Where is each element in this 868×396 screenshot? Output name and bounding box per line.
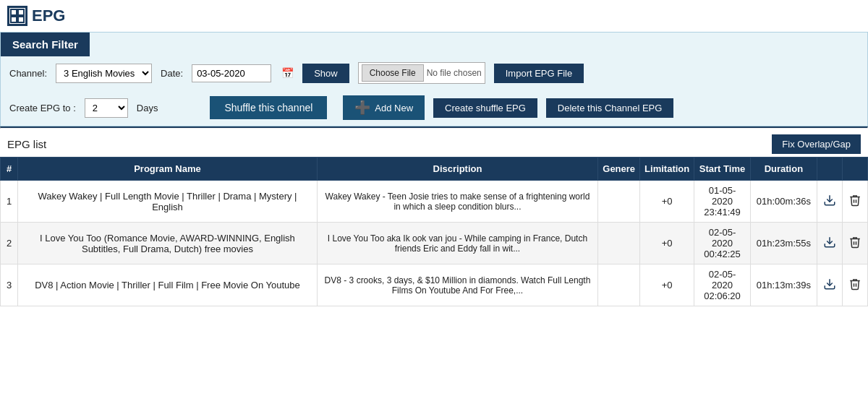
epg-table: # Program Name Discription Genere Limita… [0,157,868,306]
epg-logo-icon [7,6,27,26]
cell-description: I Love You Too aka Ik ook van jou - Whil… [317,223,598,264]
days-select[interactable]: 1234567 [85,98,128,118]
epg-list-header: EPG list Fix Overlap/Gap [0,129,868,157]
cell-description: DV8 - 3 crooks, 3 days, & $10 Million in… [317,264,598,306]
delete-icon-button[interactable] [848,277,861,293]
shuffle-button[interactable]: Shuffle this channel [210,96,327,119]
cell-index: 3 [1,264,18,306]
filter-row-1: Channel: 3 English Movies1 Sports2 News … [1,56,867,90]
cell-genere [598,181,640,223]
add-new-label: Add New [375,103,413,113]
table-header-row: # Program Name Discription Genere Limita… [1,158,868,181]
search-filter-section: Search Filter Channel: 3 English Movies1… [0,32,868,126]
date-input[interactable] [192,64,271,82]
svg-rect-3 [18,17,24,22]
edit-icon-button[interactable] [823,236,836,251]
app-logo: EPG [7,6,65,26]
cell-program-name: Wakey Wakey | Full Length Movie | Thrill… [18,181,317,223]
cell-start-time: 02-05-202000:42:25 [694,223,751,264]
table-row: 3 DV8 | Action Movie | Thriller | Full F… [1,264,868,306]
cell-limitation: +0 [640,264,694,306]
col-description: Discription [317,158,598,181]
cell-program-name: DV8 | Action Movie | Thriller | Full Fil… [18,264,317,306]
show-button[interactable]: Show [302,64,349,83]
filter-row-2: Create EPG to : 1234567 Days Shuffle thi… [1,90,867,126]
cell-start-time: 02-05-202002:06:20 [694,264,751,306]
cell-duration: 01h:00m:36s [750,181,817,223]
delete-icon-button[interactable] [848,194,861,210]
table-row: 2 I Love You Too (Romance Movie, AWARD-W… [1,223,868,264]
add-new-button[interactable]: ➕ Add New [343,95,425,120]
edit-icon-button[interactable] [823,277,836,293]
col-program-name: Program Name [18,158,317,181]
date-label: Date: [161,68,183,79]
cell-index: 2 [1,223,18,264]
import-epg-button[interactable]: Import EPG File [494,64,584,83]
svg-rect-0 [11,9,17,15]
cell-action-edit[interactable] [817,264,842,306]
col-start-time: Start Time [694,158,751,181]
days-label: Days [137,103,158,113]
fix-overlap-button[interactable]: Fix Overlap/Gap [772,134,861,154]
col-genere: Genere [598,158,640,181]
no-file-text: No file chosen [427,68,482,78]
app-title: EPG [32,7,65,25]
cell-action-edit[interactable] [817,223,842,264]
cell-action-delete[interactable] [842,223,867,264]
cell-index: 1 [1,181,18,223]
plus-icon: ➕ [354,100,370,116]
cell-duration: 01h:23m:55s [750,223,817,264]
app-header: EPG [0,0,868,32]
cell-start-time: 01-05-202023:41:49 [694,181,751,223]
col-duration: Duration [750,158,817,181]
create-shuffle-epg-button[interactable]: Create shuffle EPG [433,98,537,118]
svg-rect-2 [11,17,17,22]
cell-action-delete[interactable] [842,181,867,223]
choose-file-button[interactable]: Choose File [362,64,424,82]
calendar-icon[interactable]: 📅 [281,67,294,79]
table-row: 1 Wakey Wakey | Full Length Movie | Thri… [1,181,868,223]
epg-list-title: EPG list [7,138,46,150]
channel-select[interactable]: 3 English Movies1 Sports2 News [56,64,152,83]
col-limitation: Limitation [640,158,694,181]
create-epg-label: Create EPG to : [9,103,76,113]
cell-limitation: +0 [640,181,694,223]
delete-icon-button[interactable] [848,236,861,251]
cell-program-name: I Love You Too (Romance Movie, AWARD-WIN… [18,223,317,264]
delete-channel-epg-button[interactable]: Delete this Channel EPG [546,98,674,118]
cell-action-delete[interactable] [842,264,867,306]
channel-label: Channel: [9,68,47,79]
col-index: # [1,158,18,181]
cell-action-edit[interactable] [817,181,842,223]
svg-rect-1 [18,9,24,15]
cell-genere [598,264,640,306]
cell-duration: 01h:13m:39s [750,264,817,306]
edit-icon-button[interactable] [823,194,836,210]
cell-description: Wakey Wakey - Teen Josie tries to make s… [317,181,598,223]
col-action2 [842,158,867,181]
file-input-area: Choose File No file chosen [358,62,485,84]
search-filter-title: Search Filter [1,33,90,56]
col-action1 [817,158,842,181]
cell-limitation: +0 [640,223,694,264]
cell-genere [598,223,640,264]
